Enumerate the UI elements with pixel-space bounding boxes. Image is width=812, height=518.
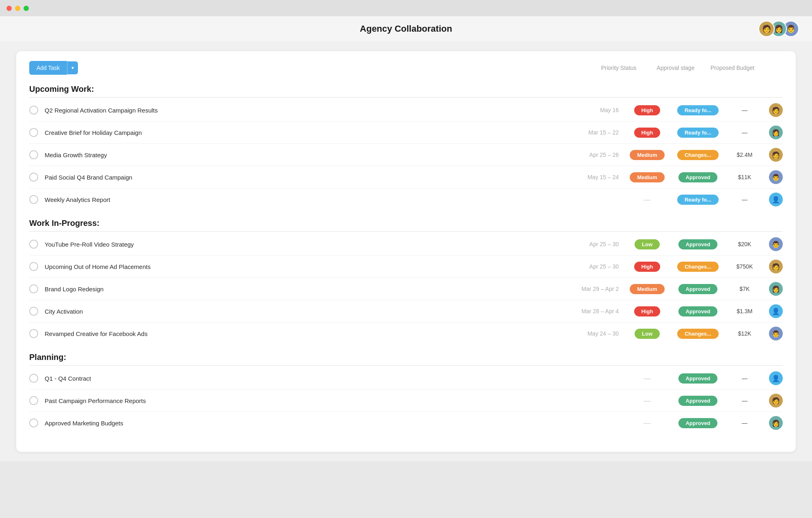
task-checkbox[interactable] (29, 262, 38, 271)
add-task-button[interactable]: Add Task (29, 61, 67, 75)
approval-badge[interactable]: Approved (678, 306, 718, 316)
task-approval: Approved (676, 373, 720, 384)
col-header-approval: Approval stage (647, 65, 704, 71)
section-2: Planning:Q1 - Q4 Contract—Approved—👤Past… (29, 353, 783, 434)
task-approval: Approved (676, 284, 720, 294)
traffic-light-yellow[interactable] (15, 6, 20, 11)
approval-badge[interactable]: Approved (678, 373, 718, 384)
approval-badge[interactable]: Changes... (677, 329, 719, 339)
table-row: Q2 Regional Activation Campaign ResultsM… (29, 99, 783, 121)
task-approval: Ready fo... (676, 195, 720, 205)
avatar: 🧑 (769, 394, 783, 407)
task-checkbox[interactable] (29, 106, 38, 115)
section-divider-1 (29, 231, 783, 232)
priority-badge[interactable]: High (634, 128, 661, 138)
col-header-priority: Priority Status (590, 65, 647, 71)
traffic-light-red[interactable] (6, 6, 12, 11)
priority-badge[interactable]: Medium (630, 172, 664, 182)
task-checkbox[interactable] (29, 195, 38, 204)
priority-badge[interactable]: High (634, 105, 661, 115)
table-row: YouTube Pre-Roll Video StrategyApr 25 – … (29, 233, 783, 256)
approval-badge[interactable]: Ready fo... (677, 128, 719, 138)
task-name: Q2 Regional Activation Campaign Results (45, 107, 574, 114)
task-approval: Changes... (676, 262, 720, 272)
avatar: 👨 (769, 237, 783, 251)
task-checkbox[interactable] (29, 284, 38, 293)
task-checkbox[interactable] (29, 329, 38, 338)
avatar: 👤 (769, 304, 783, 318)
toolbar: Add Task ▾ Priority Status Approval stag… (29, 61, 783, 75)
task-date: Apr 25 – 26 (574, 152, 619, 158)
approval-badge[interactable]: Approved (678, 284, 718, 294)
task-budget: — (728, 397, 761, 404)
table-row: Creative Brief for Holiday CampaignMar 1… (29, 121, 783, 144)
traffic-light-green[interactable] (24, 6, 29, 11)
priority-badge[interactable]: High (634, 262, 661, 272)
table-row: Past Campaign Performance Reports—Approv… (29, 390, 783, 412)
avatar-1[interactable]: 🧑 (758, 21, 775, 37)
priority-badge[interactable]: High (634, 306, 661, 316)
task-approval: Ready fo... (676, 105, 720, 115)
task-name: Revamped Creative for Facebook Ads (45, 330, 574, 337)
approval-badge[interactable]: Changes... (677, 262, 719, 272)
avatar: 👩 (769, 416, 783, 430)
task-date: Apr 25 – 30 (574, 263, 619, 270)
task-checkbox[interactable] (29, 396, 38, 405)
task-priority: — (627, 374, 667, 383)
task-budget: $7K (728, 286, 761, 292)
task-name: Creative Brief for Holiday Campaign (45, 129, 574, 136)
task-priority: Medium (627, 150, 667, 160)
task-budget: — (728, 129, 761, 136)
task-priority: — (627, 397, 667, 405)
priority-badge[interactable]: Medium (630, 284, 664, 294)
task-budget: $2.4M (728, 152, 761, 158)
priority-badge[interactable]: Low (635, 239, 660, 249)
approval-badge[interactable]: Approved (678, 172, 718, 182)
task-approval: Changes... (676, 329, 720, 339)
approval-badge[interactable]: Ready fo... (677, 195, 719, 205)
task-date: Mar 28 – Apr 4 (574, 308, 619, 314)
task-name: Weekly Analytics Report (45, 196, 574, 203)
priority-dash: — (644, 397, 651, 405)
add-task-dropdown-button[interactable]: ▾ (67, 61, 78, 74)
table-row: Weekly Analytics Report—Ready fo...—👤 (29, 189, 783, 210)
task-approval: Approved (676, 396, 720, 406)
task-panel: Add Task ▾ Priority Status Approval stag… (16, 51, 796, 452)
task-checkbox[interactable] (29, 150, 38, 159)
avatar: 👩 (769, 282, 783, 296)
priority-dash: — (644, 374, 651, 382)
task-checkbox[interactable] (29, 307, 38, 316)
task-checkbox[interactable] (29, 374, 38, 383)
task-name: Upcoming Out of Home Ad Placements (45, 263, 574, 270)
task-budget: — (728, 196, 761, 203)
task-name: Paid Social Q4 Brand Campaign (45, 174, 574, 181)
task-budget: $12K (728, 330, 761, 337)
approval-badge[interactable]: Approved (678, 239, 718, 249)
task-date: Mar 15 – 22 (574, 129, 619, 136)
task-budget: $750K (728, 263, 761, 270)
task-checkbox[interactable] (29, 173, 38, 182)
priority-badge[interactable]: Low (635, 329, 660, 339)
task-budget: $11K (728, 174, 761, 180)
task-checkbox[interactable] (29, 240, 38, 249)
task-approval: Approved (676, 172, 720, 182)
task-approval: Approved (676, 239, 720, 249)
approval-badge[interactable]: Changes... (677, 150, 719, 160)
section-divider-2 (29, 365, 783, 366)
task-checkbox[interactable] (29, 128, 38, 137)
column-headers: Priority Status Approval stage Proposed … (590, 65, 783, 71)
approval-badge[interactable]: Approved (678, 396, 718, 406)
top-bar: Agency Collaboration 🧑 👩 👨 (0, 16, 812, 41)
section-label-2: Planning: (29, 353, 783, 362)
priority-badge[interactable]: Medium (630, 150, 664, 160)
task-checkbox[interactable] (29, 418, 38, 427)
task-budget: $1.3M (728, 308, 761, 314)
main-content: Add Task ▾ Priority Status Approval stag… (0, 41, 812, 462)
task-name: Approved Marketing Budgets (45, 420, 574, 427)
task-priority: High (627, 128, 667, 138)
approval-badge[interactable]: Ready fo... (677, 105, 719, 115)
approval-badge[interactable]: Approved (678, 418, 718, 428)
table-row: Revamped Creative for Facebook AdsMay 24… (29, 323, 783, 345)
avatar: 🧑 (769, 103, 783, 117)
avatar: 👨 (769, 327, 783, 340)
